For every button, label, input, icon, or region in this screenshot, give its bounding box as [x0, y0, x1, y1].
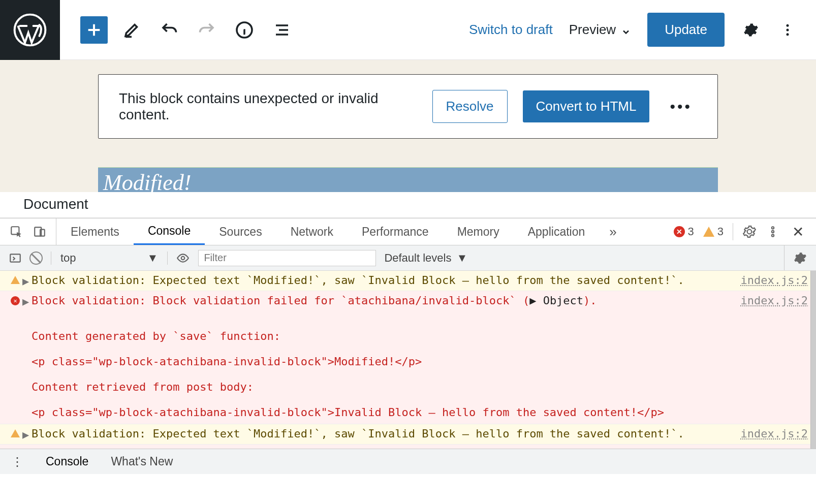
expand-caret-icon[interactable]: ▶: [22, 274, 32, 288]
info-icon[interactable]: [231, 16, 258, 44]
source-link[interactable]: index.js:2: [727, 448, 808, 449]
console-message: Block validation: Expected text `Modifie…: [32, 427, 727, 440]
console-settings-icon[interactable]: [784, 245, 816, 270]
devtools-kebab-icon[interactable]: [766, 225, 780, 239]
source-link[interactable]: index.js:2: [727, 294, 808, 307]
expand-caret-icon[interactable]: ▶: [22, 448, 32, 449]
outline-icon[interactable]: [268, 16, 296, 44]
execution-context-select[interactable]: top ▼: [51, 251, 168, 265]
svg-point-9: [772, 231, 774, 233]
tab-memory[interactable]: Memory: [443, 218, 514, 245]
log-levels-select[interactable]: Default levels ▼: [376, 251, 467, 265]
block-invalid-warning: This block contains unexpected or invali…: [98, 74, 718, 139]
tab-performance[interactable]: Performance: [348, 218, 443, 245]
convert-to-html-button[interactable]: Convert to HTML: [523, 90, 650, 122]
preview-button[interactable]: Preview: [569, 22, 631, 38]
device-toggle-icon[interactable]: [33, 225, 47, 239]
tabs-overflow-icon[interactable]: »: [599, 224, 626, 240]
add-block-button[interactable]: [80, 16, 108, 44]
svg-point-10: [772, 234, 774, 236]
object-expander[interactable]: ▶ Object: [529, 294, 583, 307]
switch-to-draft-link[interactable]: Switch to draft: [469, 22, 553, 38]
update-button[interactable]: Update: [647, 13, 725, 47]
resolve-button[interactable]: Resolve: [432, 90, 508, 123]
warning-icon: [8, 427, 22, 437]
console-error-row[interactable]: ✕▶Block validation: Block validation fai…: [0, 291, 816, 424]
execution-context-label: top: [60, 251, 76, 265]
warning-count: 3: [717, 225, 724, 238]
svg-point-3: [787, 28, 789, 31]
console-warning-row[interactable]: ▶Block validation: Expected text `Modifi…: [0, 271, 816, 291]
redo-icon: [193, 16, 221, 44]
more-options-icon[interactable]: [777, 20, 798, 40]
drawer-kebab-icon[interactable]: ⋮: [0, 455, 35, 469]
block-more-options-icon[interactable]: •••: [665, 98, 697, 115]
error-count: 3: [688, 225, 694, 238]
svg-point-4: [787, 33, 789, 36]
svg-point-12: [181, 256, 185, 260]
live-expression-icon[interactable]: [176, 251, 190, 265]
svg-rect-11: [10, 254, 20, 262]
chevron-down-icon: [621, 25, 631, 35]
console-message: Block validation: Block validation faile…: [32, 294, 727, 421]
svg-point-8: [772, 227, 774, 229]
tab-network[interactable]: Network: [276, 218, 348, 245]
settings-gear-icon[interactable]: [741, 20, 761, 40]
drawer-tab-console[interactable]: Console: [35, 455, 100, 468]
preview-label: Preview: [569, 22, 616, 38]
object-expander[interactable]: ▶ Object: [529, 448, 583, 449]
dropdown-caret-icon: ▼: [147, 251, 159, 265]
console-error-row[interactable]: ✕▶Block validation: Block validation fai…: [0, 445, 816, 449]
block-warning-text: This block contains unexpected or invali…: [119, 90, 417, 123]
console-filter-input[interactable]: [198, 250, 376, 266]
source-link[interactable]: index.js:2: [727, 274, 808, 287]
wordpress-logo[interactable]: [0, 0, 60, 60]
tab-elements[interactable]: Elements: [56, 218, 134, 245]
tab-sources[interactable]: Sources: [205, 218, 276, 245]
console-message: Block validation: Block validation faile…: [32, 448, 727, 449]
tab-console[interactable]: Console: [134, 218, 205, 245]
dropdown-caret-icon: ▼: [456, 251, 467, 265]
devtools-close-icon[interactable]: ✕: [789, 224, 807, 240]
error-icon: ✕: [8, 448, 22, 449]
console-sidebar-toggle-icon[interactable]: [8, 251, 22, 265]
document-label[interactable]: Document: [0, 192, 816, 218]
inspect-element-icon[interactable]: [9, 225, 23, 239]
svg-point-2: [787, 24, 789, 26]
expand-caret-icon[interactable]: ▶: [22, 427, 32, 441]
error-icon: ✕: [8, 294, 22, 305]
error-count-badge[interactable]: ✕3: [674, 225, 694, 238]
undo-icon[interactable]: [155, 16, 183, 44]
source-link[interactable]: index.js:2: [727, 427, 808, 440]
log-levels-label: Default levels: [384, 251, 451, 265]
edit-tool-icon[interactable]: [118, 16, 145, 44]
drawer-tab-whatsnew[interactable]: What's New: [100, 455, 184, 468]
warning-icon: [8, 274, 22, 284]
console-warning-row[interactable]: ▶Block validation: Expected text `Modifi…: [0, 424, 816, 445]
console-message: Block validation: Expected text `Modifie…: [32, 274, 727, 287]
devtools-settings-icon[interactable]: [742, 225, 757, 239]
warning-count-badge[interactable]: 3: [703, 225, 724, 238]
expand-caret-icon[interactable]: ▶: [22, 294, 32, 308]
clear-console-icon[interactable]: [29, 251, 43, 265]
tab-application[interactable]: Application: [514, 218, 600, 245]
